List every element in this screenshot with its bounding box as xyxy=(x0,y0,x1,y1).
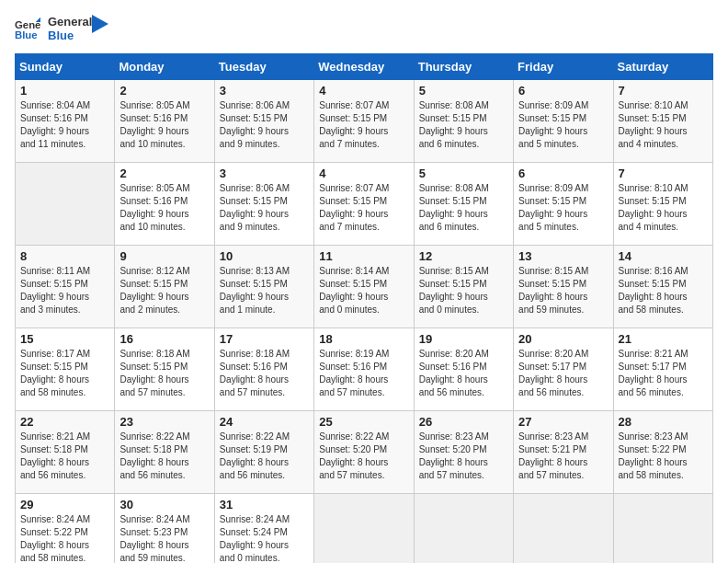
day-info: Sunrise: 8:07 AM Sunset: 5:15 PM Dayligh… xyxy=(319,182,408,234)
day-info: Sunrise: 8:08 AM Sunset: 5:15 PM Dayligh… xyxy=(419,99,508,151)
day-info: Sunrise: 8:11 AM Sunset: 5:15 PM Dayligh… xyxy=(20,265,109,316)
day-info: Sunrise: 8:22 AM Sunset: 5:19 PM Dayligh… xyxy=(220,431,309,482)
day-number: 7 xyxy=(619,84,708,98)
day-info: Sunrise: 8:23 AM Sunset: 5:20 PM Dayligh… xyxy=(419,431,508,482)
calendar-header-row: SundayMondayTuesdayWednesdayThursdayFrid… xyxy=(16,54,713,80)
day-info: Sunrise: 8:13 AM Sunset: 5:15 PM Dayligh… xyxy=(220,265,309,316)
day-info: Sunrise: 8:15 AM Sunset: 5:15 PM Dayligh… xyxy=(518,265,608,316)
day-info: Sunrise: 8:23 AM Sunset: 5:21 PM Dayligh… xyxy=(518,431,608,482)
day-cell-1: 1Sunrise: 8:04 AM Sunset: 5:16 PM Daylig… xyxy=(16,80,115,163)
day-number: 7 xyxy=(619,167,708,180)
day-cell-26: 26Sunrise: 8:23 AM Sunset: 5:20 PM Dayli… xyxy=(414,411,513,494)
day-info: Sunrise: 8:20 AM Sunset: 5:16 PM Dayligh… xyxy=(419,348,508,399)
day-info: Sunrise: 8:14 AM Sunset: 5:15 PM Dayligh… xyxy=(319,265,408,316)
day-cell-21: 21Sunrise: 8:21 AM Sunset: 5:17 PM Dayli… xyxy=(613,328,712,411)
logo: General Blue General Blue xyxy=(15,15,108,42)
empty-cell xyxy=(314,494,414,564)
day-cell-6: 6Sunrise: 8:09 AM Sunset: 5:15 PM Daylig… xyxy=(514,163,613,246)
day-number: 23 xyxy=(119,415,209,429)
day-number: 20 xyxy=(518,332,608,346)
day-number: 22 xyxy=(20,415,109,429)
day-number: 21 xyxy=(619,332,708,346)
day-cell-31: 31Sunrise: 8:24 AM Sunset: 5:24 PM Dayli… xyxy=(214,494,313,564)
day-number: 25 xyxy=(319,415,408,429)
day-info: Sunrise: 8:10 AM Sunset: 5:15 PM Dayligh… xyxy=(619,99,708,151)
day-info: Sunrise: 8:19 AM Sunset: 5:16 PM Dayligh… xyxy=(319,348,408,399)
day-number: 5 xyxy=(419,167,508,180)
day-info: Sunrise: 8:12 AM Sunset: 5:15 PM Dayligh… xyxy=(119,265,209,316)
day-info: Sunrise: 8:06 AM Sunset: 5:15 PM Dayligh… xyxy=(220,182,309,234)
day-number: 8 xyxy=(20,249,109,263)
day-number: 1 xyxy=(20,84,109,98)
empty-cell xyxy=(16,163,115,246)
day-number: 28 xyxy=(619,415,708,429)
day-info: Sunrise: 8:18 AM Sunset: 5:16 PM Dayligh… xyxy=(220,348,309,399)
day-cell-27: 27Sunrise: 8:23 AM Sunset: 5:21 PM Dayli… xyxy=(514,411,613,494)
logo-blue: Blue xyxy=(48,29,92,42)
day-cell-2: 2Sunrise: 8:05 AM Sunset: 5:16 PM Daylig… xyxy=(115,163,214,246)
day-number: 11 xyxy=(319,249,408,263)
day-info: Sunrise: 8:05 AM Sunset: 5:16 PM Dayligh… xyxy=(119,99,209,151)
day-number: 12 xyxy=(419,249,508,263)
day-cell-4: 4Sunrise: 8:07 AM Sunset: 5:15 PM Daylig… xyxy=(314,80,414,163)
day-info: Sunrise: 8:06 AM Sunset: 5:15 PM Dayligh… xyxy=(220,99,309,151)
day-cell-20: 20Sunrise: 8:20 AM Sunset: 5:17 PM Dayli… xyxy=(514,328,613,411)
day-cell-8: 8Sunrise: 8:11 AM Sunset: 5:15 PM Daylig… xyxy=(16,246,115,328)
column-header-sunday: Sunday xyxy=(16,54,115,80)
day-number: 3 xyxy=(220,84,309,98)
day-info: Sunrise: 8:04 AM Sunset: 5:16 PM Dayligh… xyxy=(20,99,109,151)
day-number: 19 xyxy=(419,332,508,346)
day-number: 6 xyxy=(518,84,608,98)
logo-icon: General Blue xyxy=(15,16,40,41)
day-cell-13: 13Sunrise: 8:15 AM Sunset: 5:15 PM Dayli… xyxy=(514,246,613,328)
day-info: Sunrise: 8:22 AM Sunset: 5:20 PM Dayligh… xyxy=(319,431,408,482)
day-cell-14: 14Sunrise: 8:16 AM Sunset: 5:15 PM Dayli… xyxy=(613,246,712,328)
empty-cell xyxy=(414,494,513,564)
day-cell-28: 28Sunrise: 8:23 AM Sunset: 5:22 PM Dayli… xyxy=(613,411,712,494)
day-number: 29 xyxy=(20,498,109,511)
day-number: 3 xyxy=(220,167,309,180)
day-cell-19: 19Sunrise: 8:20 AM Sunset: 5:16 PM Dayli… xyxy=(414,328,513,411)
calendar-week-4: 15Sunrise: 8:17 AM Sunset: 5:15 PM Dayli… xyxy=(16,328,713,411)
svg-marker-3 xyxy=(92,15,108,33)
svg-text:Blue: Blue xyxy=(15,29,38,40)
calendar-week-6: 29Sunrise: 8:24 AM Sunset: 5:22 PM Dayli… xyxy=(16,494,713,564)
day-number: 13 xyxy=(518,249,608,263)
day-cell-3: 3Sunrise: 8:06 AM Sunset: 5:15 PM Daylig… xyxy=(214,163,313,246)
day-number: 14 xyxy=(619,249,708,263)
day-info: Sunrise: 8:20 AM Sunset: 5:17 PM Dayligh… xyxy=(518,348,608,399)
day-cell-7: 7Sunrise: 8:10 AM Sunset: 5:15 PM Daylig… xyxy=(613,163,712,246)
day-info: Sunrise: 8:21 AM Sunset: 5:17 PM Dayligh… xyxy=(619,348,708,399)
page-header: General Blue General Blue xyxy=(15,15,713,42)
day-info: Sunrise: 8:15 AM Sunset: 5:15 PM Dayligh… xyxy=(419,265,508,316)
day-cell-17: 17Sunrise: 8:18 AM Sunset: 5:16 PM Dayli… xyxy=(214,328,313,411)
logo-general: General xyxy=(48,15,92,29)
day-number: 17 xyxy=(220,332,309,346)
day-cell-9: 9Sunrise: 8:12 AM Sunset: 5:15 PM Daylig… xyxy=(115,246,214,328)
day-cell-30: 30Sunrise: 8:24 AM Sunset: 5:23 PM Dayli… xyxy=(115,494,214,564)
day-cell-16: 16Sunrise: 8:18 AM Sunset: 5:15 PM Dayli… xyxy=(115,328,214,411)
day-number: 5 xyxy=(419,84,508,98)
day-cell-11: 11Sunrise: 8:14 AM Sunset: 5:15 PM Dayli… xyxy=(314,246,414,328)
logo-arrow-icon xyxy=(92,15,108,33)
day-cell-25: 25Sunrise: 8:22 AM Sunset: 5:20 PM Dayli… xyxy=(314,411,414,494)
day-cell-4: 4Sunrise: 8:07 AM Sunset: 5:15 PM Daylig… xyxy=(314,163,414,246)
day-cell-2: 2Sunrise: 8:05 AM Sunset: 5:16 PM Daylig… xyxy=(115,80,214,163)
empty-cell xyxy=(613,494,712,564)
day-cell-15: 15Sunrise: 8:17 AM Sunset: 5:15 PM Dayli… xyxy=(16,328,115,411)
day-info: Sunrise: 8:23 AM Sunset: 5:22 PM Dayligh… xyxy=(619,431,708,482)
calendar-week-5: 22Sunrise: 8:21 AM Sunset: 5:18 PM Dayli… xyxy=(16,411,713,494)
day-number: 18 xyxy=(319,332,408,346)
column-header-friday: Friday xyxy=(514,54,613,80)
day-number: 2 xyxy=(119,167,209,180)
day-info: Sunrise: 8:22 AM Sunset: 5:18 PM Dayligh… xyxy=(119,431,209,482)
day-cell-10: 10Sunrise: 8:13 AM Sunset: 5:15 PM Dayli… xyxy=(214,246,313,328)
day-number: 16 xyxy=(119,332,209,346)
day-info: Sunrise: 8:09 AM Sunset: 5:15 PM Dayligh… xyxy=(518,99,608,151)
empty-cell xyxy=(514,494,613,564)
day-cell-6: 6Sunrise: 8:09 AM Sunset: 5:15 PM Daylig… xyxy=(514,80,613,163)
day-info: Sunrise: 8:17 AM Sunset: 5:15 PM Dayligh… xyxy=(20,348,109,399)
day-info: Sunrise: 8:24 AM Sunset: 5:24 PM Dayligh… xyxy=(220,513,309,563)
day-cell-5: 5Sunrise: 8:08 AM Sunset: 5:15 PM Daylig… xyxy=(414,80,513,163)
day-info: Sunrise: 8:05 AM Sunset: 5:16 PM Dayligh… xyxy=(119,182,209,234)
